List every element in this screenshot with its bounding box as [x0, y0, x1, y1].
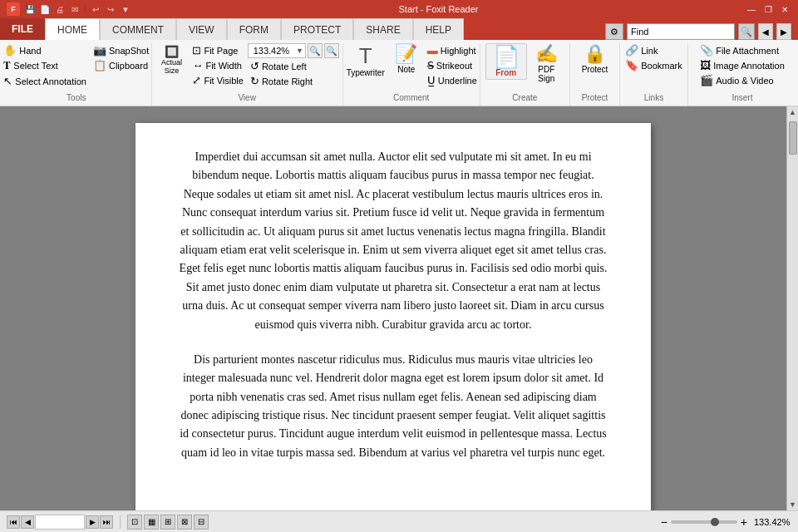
restore-button[interactable]: ❐: [761, 2, 775, 16]
rotate-right-icon: ↻: [250, 75, 259, 87]
protect-group-content: 🔒 Protect: [578, 43, 611, 91]
close-button[interactable]: ✕: [778, 2, 791, 16]
create-label: Create: [485, 93, 564, 102]
save-icon[interactable]: 💾: [23, 3, 37, 15]
status-icon-3[interactable]: ⊞: [160, 515, 175, 530]
image-annotation-button[interactable]: 🖼 Image Annotation: [697, 58, 787, 72]
tab-share[interactable]: SHARE: [353, 18, 412, 40]
pdf-paragraph-1: Imperdiet dui accumsan sit amet nulla. A…: [177, 148, 609, 334]
zoom-dropdown-icon[interactable]: ▼: [294, 47, 305, 55]
nav-next-button[interactable]: ▶: [776, 23, 791, 40]
tools-col2: 📷 SnapShot 📋 Clipboard: [91, 43, 151, 72]
settings-button[interactable]: ⚙: [605, 23, 623, 40]
tab-comment[interactable]: COMMENT: [100, 18, 176, 40]
page-number-input[interactable]: [35, 515, 85, 530]
redo-icon[interactable]: ↪: [104, 3, 117, 15]
status-icon-2[interactable]: ▦: [144, 515, 159, 530]
actual-size-button[interactable]: 🔲 Actual Size: [155, 43, 188, 76]
prev-page-button[interactable]: ◀: [21, 515, 34, 529]
underline-button[interactable]: U̲ Underline: [425, 73, 480, 87]
fit-page-button[interactable]: ⊡ Fit Page: [190, 43, 245, 57]
create-group-content: 📄 From ✍ PDF Sign: [485, 43, 564, 91]
next-page-button[interactable]: ▶: [86, 515, 99, 529]
protect-button[interactable]: 🔒 Protect: [578, 43, 611, 76]
protect-group: 🔒 Protect Protect: [570, 43, 620, 106]
app-icon: F: [7, 2, 20, 16]
status-icon-1[interactable]: ⊡: [127, 515, 142, 530]
view-group: 🔲 Actual Size ⊡ Fit Page ↔ Fit Width ⤢ F…: [152, 43, 343, 106]
from-icon: 📄: [493, 46, 520, 67]
snapshot-button[interactable]: 📷 SnapShot: [91, 43, 151, 57]
first-page-button[interactable]: ⏮: [7, 515, 20, 529]
bookmark-button[interactable]: 🔖 Bookmark: [623, 58, 685, 72]
typewriter-button[interactable]: T Typewriter: [343, 43, 388, 79]
tab-file[interactable]: FILE: [0, 18, 45, 40]
undo-icon[interactable]: ↩: [89, 3, 102, 15]
highlight-button[interactable]: ▬ Highlight: [425, 43, 480, 57]
scroll-up-button[interactable]: ▲: [787, 106, 798, 118]
status-icon-4[interactable]: ⊠: [177, 515, 192, 530]
pdf-sign-button[interactable]: ✍ PDF Sign: [529, 43, 564, 85]
zoom-out-status-button[interactable]: −: [661, 515, 667, 529]
audio-video-button[interactable]: 🎬 Audio & Video: [697, 73, 787, 87]
rotate-right-button[interactable]: ↻ Rotate Right: [248, 74, 339, 88]
select-text-icon: 𝐓: [3, 59, 11, 72]
status-icon-5[interactable]: ⊟: [194, 515, 209, 530]
select-text-button[interactable]: 𝐓 Select Text: [1, 58, 89, 73]
pdf-viewport[interactable]: Imperdiet dui accumsan sit amet nulla. A…: [0, 106, 786, 510]
zoom-slider[interactable]: [671, 520, 737, 524]
file-attachment-icon: 📎: [700, 44, 713, 57]
tab-view[interactable]: VIEW: [176, 18, 227, 40]
title-bar: F 💾 📄 🖨 ✉ ↩ ↪ ▼ Start - Foxit Reader — ❐…: [0, 0, 798, 18]
search-input[interactable]: [627, 23, 735, 40]
zoom-control[interactable]: ▼: [248, 43, 306, 58]
content-area: Imperdiet dui accumsan sit amet nulla. A…: [0, 106, 798, 510]
app-title: Start - Foxit Reader: [132, 4, 745, 14]
note-icon: 📝: [395, 45, 417, 63]
file-attachment-button[interactable]: 📎 File Attachment: [697, 43, 787, 57]
tab-help[interactable]: HELP: [413, 18, 464, 40]
zoom-input[interactable]: [249, 44, 294, 57]
tools-col: ✋ Hand 𝐓 Select Text ↖ Select Annotation: [1, 43, 89, 88]
last-page-button[interactable]: ⏭: [100, 515, 113, 529]
link-button[interactable]: 🔗 Link: [623, 43, 685, 57]
hand-button[interactable]: ✋ Hand: [1, 43, 89, 57]
tab-home[interactable]: HOME: [45, 18, 100, 40]
status-separator-1: [120, 515, 121, 529]
search-button[interactable]: 🔍: [738, 23, 755, 40]
fit-width-icon: ↔: [192, 59, 203, 71]
underline-icon: U̲: [427, 74, 436, 86]
zoom-out-button[interactable]: 🔍: [308, 43, 323, 58]
select-annotation-button[interactable]: ↖ Select Annotation: [1, 74, 89, 88]
quick-access-toolbar: 💾 📄 🖨 ✉ ↩ ↪ ▼: [23, 3, 132, 15]
comment-col: ▬ Highlight S̶ Strikeout U̲ Underline: [425, 43, 480, 87]
scroll-thumb[interactable]: [789, 121, 797, 155]
scroll-down-button[interactable]: ▼: [787, 499, 798, 510]
clipboard-button[interactable]: 📋 Clipboard: [91, 58, 151, 72]
protect-icon: 🔒: [584, 45, 606, 63]
tab-form[interactable]: FORM: [227, 18, 281, 40]
qs-separator: [85, 4, 86, 14]
fit-page-icon: ⊡: [192, 44, 201, 57]
from-button[interactable]: 📄 From: [485, 43, 527, 80]
view-col2: ▼ 🔍 🔍 ↺ Rotate Left ↻ Rotate Right: [248, 43, 339, 88]
fit-visible-button[interactable]: ⤢ Fit Visible: [190, 73, 245, 87]
insert-col: 📎 File Attachment 🖼 Image Annotation 🎬 A…: [697, 43, 787, 87]
tab-protect[interactable]: PROTECT: [281, 18, 353, 40]
qs-more-icon[interactable]: ▼: [119, 3, 132, 15]
fit-width-button[interactable]: ↔ Fit Width: [190, 58, 245, 72]
nav-prev-button[interactable]: ◀: [758, 23, 773, 40]
print-icon[interactable]: 🖨: [53, 3, 66, 15]
pdf-paragraph-2: Dis parturient montes nascetur ridiculus…: [177, 351, 609, 462]
status-icons: ⊡ ▦ ⊞ ⊠ ⊟: [127, 515, 209, 530]
zoom-in-button[interactable]: 🔍: [324, 43, 339, 58]
rotate-left-button[interactable]: ↺ Rotate Left: [248, 59, 339, 73]
open-icon[interactable]: 📄: [38, 3, 52, 15]
highlight-icon: ▬: [427, 44, 438, 57]
zoom-in-status-button[interactable]: +: [741, 515, 747, 529]
note-button[interactable]: 📝 Note: [390, 43, 423, 76]
strikeout-button[interactable]: S̶ Strikeout: [425, 58, 480, 72]
minimize-button[interactable]: —: [745, 2, 758, 16]
email-icon[interactable]: ✉: [68, 3, 81, 15]
zoom-slider-thumb[interactable]: [711, 518, 719, 526]
